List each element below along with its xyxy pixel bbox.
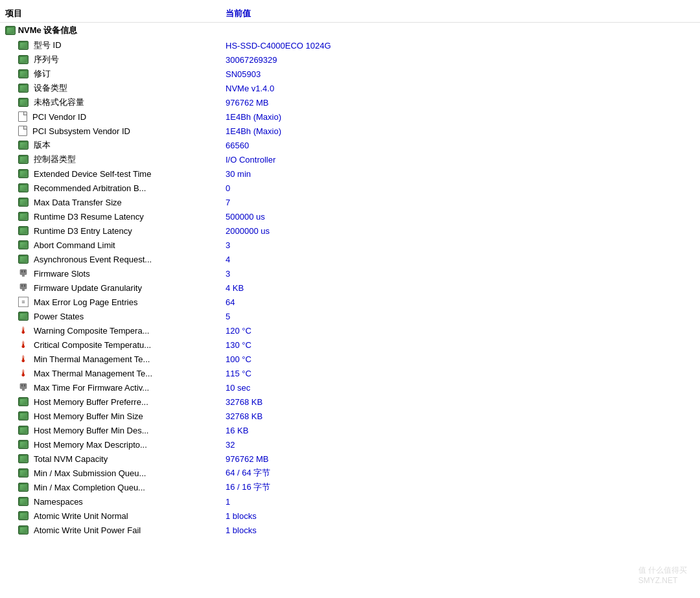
plug-icon <box>18 269 29 278</box>
table-row[interactable]: Runtime D3 Resume Latency500000 us <box>0 209 700 224</box>
table-row[interactable]: Total NVM Capacity976762 MB <box>0 452 700 466</box>
row-label: Max Error Log Page Entries <box>34 297 137 307</box>
main-container: 项目 当前值 NVMe 设备信息 型号 IDHS-SSD-C4000ECO 10… <box>0 0 700 598</box>
svg-rect-3 <box>24 271 25 273</box>
row-label: Namespaces <box>34 497 83 507</box>
chip-icon <box>18 497 29 506</box>
row-value: 1E4Bh (Maxio) <box>226 112 695 122</box>
table-row[interactable]: Atomic Write Unit Normal1 blocks <box>0 509 700 523</box>
chip-icon <box>18 212 29 221</box>
table-row[interactable]: Power States5 <box>0 309 700 323</box>
row-value: NVMe v1.4.0 <box>226 84 695 93</box>
table-row[interactable]: Host Memory Buffer Min Size32768 KB <box>0 409 700 423</box>
svg-rect-5 <box>22 289 25 291</box>
table-row[interactable]: 未格式化容量976762 MB <box>0 95 700 109</box>
row-value: 115 °C <box>226 369 695 378</box>
header-name-col: 项目 <box>5 8 226 19</box>
chip-icon <box>18 511 29 520</box>
table-row[interactable]: Asynchronous Event Request...4 <box>0 252 700 266</box>
table-row[interactable]: 设备类型NVMe v1.4.0 <box>0 81 700 95</box>
chip-icon <box>5 26 16 35</box>
table-row[interactable]: Firmware Update Granularity4 KB <box>0 281 700 295</box>
chip-icon <box>18 255 29 264</box>
row-value: HS-SSD-C4000ECO 1024G <box>226 41 695 51</box>
table-row[interactable]: Host Memory Buffer Preferre...32768 KB <box>0 395 700 409</box>
row-value: 500000 us <box>226 212 695 222</box>
row-value: 7 <box>226 198 695 207</box>
row-label: 未格式化容量 <box>34 97 84 108</box>
chip-icon <box>18 55 29 64</box>
row-value: 4 <box>226 255 695 264</box>
svg-rect-4 <box>20 284 27 289</box>
chip-icon <box>18 468 29 477</box>
row-value: 10 sec <box>226 383 695 393</box>
row-label: Min / Max Completion Queu... <box>34 483 145 492</box>
row-value: 100 °C <box>226 354 695 364</box>
table-row[interactable]: Max Data Transfer Size7 <box>0 195 700 209</box>
table-row[interactable]: PCI Subsystem Vendor ID1E4Bh (Maxio) <box>0 124 700 138</box>
table-row[interactable]: 控制器类型I/O Controller <box>0 152 700 167</box>
row-value: 32768 KB <box>226 397 695 407</box>
row-label: Runtime D3 Resume Latency <box>34 212 144 222</box>
table-row[interactable]: 版本66560 <box>0 138 700 152</box>
row-label: Total NVM Capacity <box>34 454 108 464</box>
row-value: 32 <box>226 440 695 450</box>
table-row[interactable]: Host Memory Max Descripto...32 <box>0 437 700 452</box>
row-value: 3 <box>226 240 695 250</box>
table-row[interactable]: Recommended Arbitration B...0 <box>0 181 700 195</box>
table-row[interactable]: ≡Max Error Log Page Entries64 <box>0 295 700 309</box>
plug-icon <box>18 283 29 292</box>
table-row[interactable]: Namespaces1 <box>0 494 700 509</box>
table-row[interactable]: 修订SN05903 <box>0 67 700 81</box>
row-label: 版本 <box>34 139 51 151</box>
row-label: Max Time For Firmware Activ... <box>34 383 149 393</box>
table-row[interactable]: Runtime D3 Entry Latency2000000 us <box>0 224 700 238</box>
table-row[interactable]: Host Memory Buffer Min Des...16 KB <box>0 423 700 437</box>
table-row[interactable]: Abort Command Limit3 <box>0 238 700 252</box>
row-value: 64 <box>226 297 695 307</box>
svg-rect-2 <box>21 271 23 273</box>
chip-icon <box>18 98 29 107</box>
row-label: Host Memory Buffer Min Size <box>34 411 143 421</box>
row-label: 设备类型 <box>34 82 67 94</box>
chip-icon <box>18 240 29 249</box>
table-row[interactable]: PCI Vendor ID1E4Bh (Maxio) <box>0 109 700 124</box>
row-value: 64 / 64 字节 <box>226 467 695 479</box>
row-label: 型号 ID <box>34 40 62 51</box>
table-row[interactable]: Max Time For Firmware Activ...10 sec <box>0 380 700 395</box>
row-value: 1 blocks <box>226 511 695 521</box>
table-row[interactable]: 序列号30067269329 <box>0 52 700 67</box>
table-row[interactable]: Atomic Write Unit Power Fail1 blocks <box>0 523 700 537</box>
thermometer-icon: 🌡 <box>18 339 29 350</box>
row-label: 修订 <box>34 68 51 80</box>
chip-icon <box>18 226 29 235</box>
table-row[interactable]: 🌡Max Thermal Management Te...115 °C <box>0 366 700 380</box>
table-row[interactable]: 🌡Critical Composite Temperatu...130 °C <box>0 338 700 352</box>
row-value: 16 KB <box>226 426 695 435</box>
table-row[interactable]: Firmware Slots3 <box>0 266 700 281</box>
chip-icon <box>18 155 29 164</box>
row-value: 3 <box>226 269 695 279</box>
row-value: 30 min <box>226 169 695 179</box>
rows-container: 型号 IDHS-SSD-C4000ECO 1024G序列号30067269329… <box>0 38 700 537</box>
table-row[interactable]: Min / Max Submission Queu...64 / 64 字节 <box>0 466 700 480</box>
table-row[interactable]: 型号 IDHS-SSD-C4000ECO 1024G <box>0 38 700 52</box>
table-row[interactable]: 🌡Warning Composite Tempera...120 °C <box>0 323 700 338</box>
table-row[interactable]: Min / Max Completion Queu...16 / 16 字节 <box>0 480 700 494</box>
row-value: 0 <box>226 183 695 193</box>
svg-rect-7 <box>24 285 25 287</box>
table-row[interactable]: Extended Device Self-test Time30 min <box>0 167 700 181</box>
header-value-col: 当前值 <box>226 8 695 19</box>
svg-rect-0 <box>20 270 27 275</box>
row-label: Host Memory Buffer Preferre... <box>34 397 148 407</box>
row-label: Max Thermal Management Te... <box>34 369 152 378</box>
thermometer-icon: 🌡 <box>18 325 29 336</box>
chip-icon <box>18 426 29 435</box>
row-label: Critical Composite Temperatu... <box>34 340 151 350</box>
row-label: Warning Composite Tempera... <box>34 326 149 336</box>
chip-icon <box>18 41 29 50</box>
svg-rect-8 <box>20 384 27 389</box>
table-row[interactable]: 🌡Min Thermal Management Te...100 °C <box>0 352 700 366</box>
chip-icon <box>18 169 29 178</box>
row-value: 2000000 us <box>226 226 695 236</box>
